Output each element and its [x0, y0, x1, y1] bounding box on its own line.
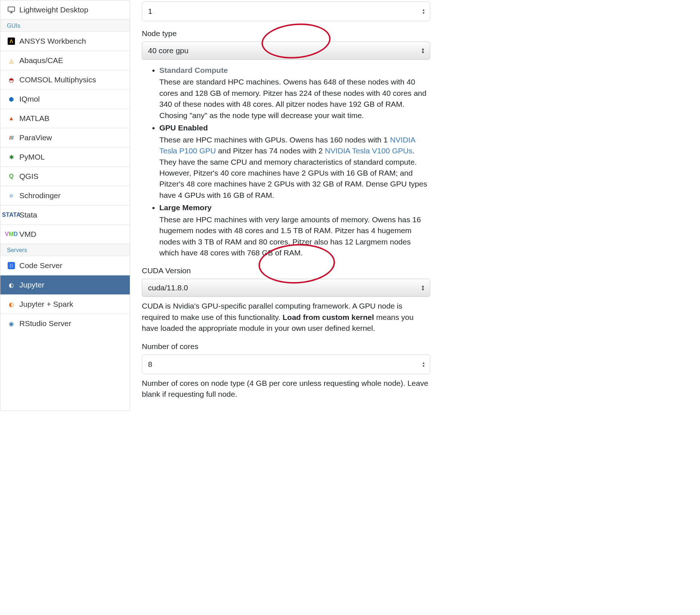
desc-standard-text: These are standard HPC machines. Owens h…	[159, 77, 430, 121]
paraview-icon: III	[7, 133, 16, 142]
number-stepper-icon[interactable]: ▴▾	[423, 361, 425, 368]
cuda-version-label: CUDA Version	[142, 266, 430, 275]
sidebar-item-label: QGIS	[19, 172, 39, 181]
sidebar-item-label: Code Server	[19, 261, 62, 270]
desc-standard-title: Standard Compute	[159, 65, 430, 76]
sidebar-item-label: ParaView	[19, 133, 52, 142]
cuda-version-select[interactable]: cuda/11.8.0 ▴▾	[142, 279, 430, 297]
sidebar-item-matlab[interactable]: ▲ MATLAB	[0, 109, 130, 128]
pymol-icon: ✱	[7, 153, 16, 161]
sidebar-item-label: Jupyter	[19, 281, 44, 289]
sidebar-item-jupyter[interactable]: ◐ Jupyter	[0, 275, 130, 295]
sidebar-item-label: VMD	[19, 230, 36, 239]
sidebar-item-label: Lightweight Desktop	[19, 5, 88, 14]
jupyter-icon: ◐	[7, 281, 16, 289]
sidebar-item-rstudio[interactable]: ◉ RStudio Server	[0, 314, 130, 333]
iqmol-icon: ⬢	[7, 95, 16, 103]
node-type-select[interactable]: 40 core gpu ▴▾	[142, 42, 430, 60]
select-arrows-icon: ▴▾	[422, 47, 424, 54]
sidebar-item-label: IQmol	[19, 95, 40, 103]
desc-largemem-text: These are HPC machines with very large a…	[159, 214, 430, 259]
sidebar-item-schrodinger[interactable]: ⌾ Schrodinger	[0, 186, 130, 205]
cores-input[interactable]: 8 ▴▾	[142, 354, 430, 374]
node-type-label: Node type	[142, 29, 430, 38]
sidebar-item-pymol[interactable]: ✱ PyMOL	[0, 148, 130, 167]
qgis-icon: Q	[7, 172, 16, 181]
sidebar-item-paraview[interactable]: III ParaView	[0, 128, 130, 148]
sidebar-item-label: Abaqus/CAE	[19, 56, 63, 65]
svg-rect-0	[8, 7, 15, 11]
select-arrows-icon: ▴▾	[422, 285, 424, 291]
sidebar-section-servers: Servers	[0, 244, 130, 256]
sidebar-item-label: PyMOL	[19, 153, 45, 161]
sidebar-item-label: Jupyter + Spark	[19, 300, 73, 309]
abaqus-icon: ◬	[7, 56, 16, 65]
sidebar-item-jupyter-spark[interactable]: ◐ Jupyter + Spark	[0, 295, 130, 314]
sidebar-item-stata[interactable]: STATA Stata	[0, 205, 130, 225]
stata-icon: STATA	[7, 211, 16, 219]
cuda-version-value: cuda/11.8.0	[148, 283, 188, 292]
top-number-value: 1	[148, 7, 152, 15]
schrodinger-icon: ⌾	[7, 191, 16, 200]
link-nvidia-v100[interactable]: NVIDIA Tesla V100 GPUs	[325, 146, 412, 155]
sidebar-item-comsol[interactable]: ◓ COMSOL Multiphysics	[0, 70, 130, 90]
sidebar: Lightweight Desktop GUIs Λ ANSYS Workben…	[0, 0, 130, 411]
sidebar-item-label: ANSYS Workbench	[19, 37, 86, 46]
sidebar-item-code-server[interactable]: ⟨⟩ Code Server	[0, 256, 130, 275]
desc-gpu-text: These are HPC machines with GPUs. Owens …	[159, 134, 430, 201]
cuda-help-text: CUDA is Nvidia's GPU-specific parallel c…	[142, 301, 430, 334]
sidebar-item-label: MATLAB	[19, 114, 49, 123]
sidebar-item-ansys[interactable]: Λ ANSYS Workbench	[0, 32, 130, 51]
sidebar-item-abaqus[interactable]: ◬ Abaqus/CAE	[0, 51, 130, 70]
matlab-icon: ▲	[7, 114, 16, 123]
sidebar-item-lightweight-desktop[interactable]: Lightweight Desktop	[0, 0, 130, 20]
cores-value: 8	[148, 360, 152, 368]
sidebar-item-label: Stata	[19, 211, 37, 219]
number-stepper-icon[interactable]: ▴▾	[423, 8, 425, 15]
sidebar-item-label: RStudio Server	[19, 319, 71, 328]
sidebar-item-qgis[interactable]: Q QGIS	[0, 167, 130, 186]
sidebar-item-iqmol[interactable]: ⬢ IQmol	[0, 90, 130, 109]
codeserver-icon: ⟨⟩	[7, 261, 16, 270]
jupyter-icon: ◐	[7, 300, 16, 309]
node-type-value: 40 core gpu	[148, 46, 188, 55]
vmd-icon: VMD	[7, 230, 16, 239]
node-type-description: Standard Compute These are standard HPC …	[159, 65, 430, 258]
ansys-icon: Λ	[7, 37, 16, 46]
sidebar-item-vmd[interactable]: VMD VMD	[0, 225, 130, 244]
sidebar-item-label: Schrodinger	[19, 191, 61, 200]
rstudio-icon: ◉	[7, 319, 16, 328]
desc-largemem-title: Large Memory	[159, 202, 430, 213]
cores-help-text: Number of cores on node type (4 GB per c…	[142, 378, 430, 400]
top-number-input[interactable]: 1 ▴▾	[142, 1, 430, 21]
sidebar-item-label: COMSOL Multiphysics	[19, 75, 96, 84]
sidebar-section-guis: GUIs	[0, 20, 130, 32]
desc-gpu-title: GPU Enabled	[159, 122, 430, 133]
main-form: 1 ▴▾ Node type 40 core gpu ▴▾ Standard C…	[130, 0, 438, 411]
cores-label: Number of cores	[142, 342, 430, 351]
comsol-icon: ◓	[7, 75, 16, 84]
desktop-icon	[7, 5, 16, 14]
